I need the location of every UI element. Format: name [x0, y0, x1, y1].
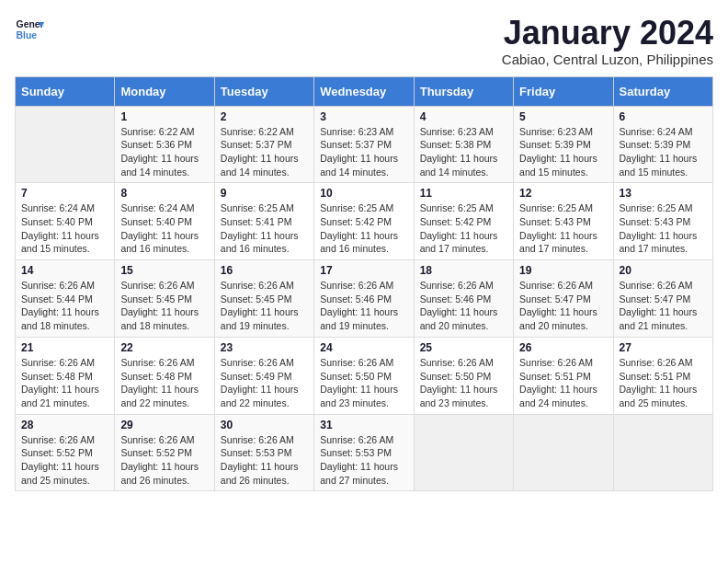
day-number: 16: [221, 264, 308, 277]
day-info: Sunrise: 6:26 AM Sunset: 5:45 PM Dayligh…: [221, 279, 308, 333]
day-number: 12: [519, 187, 607, 200]
calendar-cell: 2Sunrise: 6:22 AM Sunset: 5:37 PM Daylig…: [214, 106, 313, 183]
day-info: Sunrise: 6:24 AM Sunset: 5:40 PM Dayligh…: [120, 201, 208, 256]
calendar-cell: 11Sunrise: 6:25 AM Sunset: 5:42 PM Dayli…: [414, 183, 513, 260]
calendar-cell: 31Sunrise: 6:26 AM Sunset: 5:53 PM Dayli…: [314, 414, 414, 491]
calendar-cell: [414, 414, 513, 491]
calendar-cell: [16, 106, 115, 183]
calendar-week-row: 14Sunrise: 6:26 AM Sunset: 5:44 PM Dayli…: [16, 260, 713, 338]
day-number: 5: [519, 110, 607, 123]
calendar-header-row: SundayMondayTuesdayWednesdayThursdayFrid…: [16, 76, 713, 106]
calendar-cell: 26Sunrise: 6:26 AM Sunset: 5:51 PM Dayli…: [514, 337, 613, 414]
calendar-cell: 21Sunrise: 6:26 AM Sunset: 5:48 PM Dayli…: [16, 337, 115, 414]
logo-icon: General Blue: [15, 15, 44, 44]
calendar-cell: 22Sunrise: 6:26 AM Sunset: 5:48 PM Dayli…: [115, 337, 214, 414]
calendar-week-row: 1Sunrise: 6:22 AM Sunset: 5:36 PM Daylig…: [16, 106, 713, 183]
calendar-week-row: 7Sunrise: 6:24 AM Sunset: 5:40 PM Daylig…: [16, 183, 713, 260]
day-number: 21: [21, 341, 108, 354]
day-of-week-header: Wednesday: [314, 76, 414, 106]
calendar-cell: 1Sunrise: 6:22 AM Sunset: 5:36 PM Daylig…: [115, 106, 214, 183]
day-number: 27: [620, 341, 707, 354]
day-of-week-header: Monday: [115, 76, 214, 106]
calendar-cell: 12Sunrise: 6:25 AM Sunset: 5:43 PM Dayli…: [514, 183, 613, 260]
day-number: 1: [120, 110, 208, 123]
day-info: Sunrise: 6:26 AM Sunset: 5:50 PM Dayligh…: [320, 356, 407, 410]
day-number: 24: [320, 341, 407, 354]
day-info: Sunrise: 6:26 AM Sunset: 5:48 PM Dayligh…: [21, 356, 108, 410]
day-number: 26: [519, 341, 607, 354]
day-info: Sunrise: 6:26 AM Sunset: 5:51 PM Dayligh…: [519, 356, 607, 410]
page-header: General Blue January 2024 Cabiao, Centra…: [15, 15, 713, 67]
calendar-cell: 19Sunrise: 6:26 AM Sunset: 5:47 PM Dayli…: [514, 260, 613, 338]
calendar-cell: 24Sunrise: 6:26 AM Sunset: 5:50 PM Dayli…: [314, 337, 414, 414]
day-info: Sunrise: 6:26 AM Sunset: 5:47 PM Dayligh…: [620, 279, 707, 333]
calendar-cell: 28Sunrise: 6:26 AM Sunset: 5:52 PM Dayli…: [16, 414, 115, 491]
day-info: Sunrise: 6:26 AM Sunset: 5:53 PM Dayligh…: [221, 433, 308, 488]
day-number: 14: [21, 264, 108, 277]
day-number: 29: [120, 419, 208, 431]
day-number: 8: [120, 187, 208, 200]
calendar-cell: 29Sunrise: 6:26 AM Sunset: 5:52 PM Dayli…: [115, 414, 214, 491]
calendar-week-row: 21Sunrise: 6:26 AM Sunset: 5:48 PM Dayli…: [16, 337, 713, 414]
day-info: Sunrise: 6:24 AM Sunset: 5:39 PM Dayligh…: [620, 125, 707, 179]
day-number: 11: [420, 187, 507, 200]
calendar-cell: 30Sunrise: 6:26 AM Sunset: 5:53 PM Dayli…: [214, 414, 313, 491]
day-info: Sunrise: 6:25 AM Sunset: 5:41 PM Dayligh…: [221, 201, 308, 256]
calendar-cell: 16Sunrise: 6:26 AM Sunset: 5:45 PM Dayli…: [214, 260, 313, 338]
day-number: 10: [320, 187, 407, 200]
day-number: 4: [420, 110, 507, 123]
day-number: 17: [320, 264, 407, 277]
calendar-cell: 13Sunrise: 6:25 AM Sunset: 5:43 PM Dayli…: [613, 183, 712, 260]
calendar-cell: 10Sunrise: 6:25 AM Sunset: 5:42 PM Dayli…: [314, 183, 414, 260]
calendar-cell: 4Sunrise: 6:23 AM Sunset: 5:38 PM Daylig…: [414, 106, 513, 183]
day-info: Sunrise: 6:24 AM Sunset: 5:40 PM Dayligh…: [21, 201, 108, 256]
day-of-week-header: Sunday: [16, 76, 115, 106]
day-number: 31: [320, 419, 407, 431]
day-number: 20: [620, 264, 707, 277]
day-info: Sunrise: 6:26 AM Sunset: 5:44 PM Dayligh…: [21, 279, 108, 333]
calendar-cell: 5Sunrise: 6:23 AM Sunset: 5:39 PM Daylig…: [514, 106, 613, 183]
day-info: Sunrise: 6:26 AM Sunset: 5:52 PM Dayligh…: [21, 433, 108, 488]
day-number: 25: [420, 341, 507, 354]
calendar-cell: [613, 414, 712, 491]
day-number: 9: [221, 187, 308, 200]
calendar-week-row: 28Sunrise: 6:26 AM Sunset: 5:52 PM Dayli…: [16, 414, 713, 491]
calendar-cell: 7Sunrise: 6:24 AM Sunset: 5:40 PM Daylig…: [16, 183, 115, 260]
calendar-cell: 23Sunrise: 6:26 AM Sunset: 5:49 PM Dayli…: [214, 337, 313, 414]
day-info: Sunrise: 6:26 AM Sunset: 5:50 PM Dayligh…: [420, 356, 507, 410]
day-info: Sunrise: 6:22 AM Sunset: 5:36 PM Dayligh…: [120, 125, 208, 179]
day-info: Sunrise: 6:26 AM Sunset: 5:47 PM Dayligh…: [519, 279, 607, 333]
calendar-cell: 3Sunrise: 6:23 AM Sunset: 5:37 PM Daylig…: [314, 106, 414, 183]
calendar-cell: 8Sunrise: 6:24 AM Sunset: 5:40 PM Daylig…: [115, 183, 214, 260]
day-info: Sunrise: 6:26 AM Sunset: 5:51 PM Dayligh…: [620, 356, 707, 410]
day-of-week-header: Friday: [514, 76, 613, 106]
logo: General Blue: [15, 15, 44, 44]
day-number: 2: [221, 110, 308, 123]
calendar-cell: 9Sunrise: 6:25 AM Sunset: 5:41 PM Daylig…: [214, 183, 313, 260]
calendar-cell: 18Sunrise: 6:26 AM Sunset: 5:46 PM Dayli…: [414, 260, 513, 338]
day-number: 28: [21, 419, 108, 431]
day-info: Sunrise: 6:23 AM Sunset: 5:39 PM Dayligh…: [519, 125, 607, 179]
day-info: Sunrise: 6:26 AM Sunset: 5:46 PM Dayligh…: [420, 279, 507, 333]
calendar-body: 1Sunrise: 6:22 AM Sunset: 5:36 PM Daylig…: [16, 106, 713, 491]
day-info: Sunrise: 6:26 AM Sunset: 5:49 PM Dayligh…: [221, 356, 308, 410]
day-of-week-header: Thursday: [414, 76, 513, 106]
main-title: January 2024: [502, 15, 713, 52]
day-info: Sunrise: 6:26 AM Sunset: 5:53 PM Dayligh…: [320, 433, 407, 488]
calendar-cell: 6Sunrise: 6:24 AM Sunset: 5:39 PM Daylig…: [613, 106, 712, 183]
calendar-cell: 27Sunrise: 6:26 AM Sunset: 5:51 PM Dayli…: [613, 337, 712, 414]
day-number: 22: [120, 341, 208, 354]
calendar-cell: 14Sunrise: 6:26 AM Sunset: 5:44 PM Dayli…: [16, 260, 115, 338]
day-number: 6: [620, 110, 707, 123]
day-of-week-header: Saturday: [613, 76, 712, 106]
day-number: 13: [620, 187, 707, 200]
day-number: 23: [221, 341, 308, 354]
day-number: 19: [519, 264, 607, 277]
calendar-table: SundayMondayTuesdayWednesdayThursdayFrid…: [15, 76, 713, 492]
day-info: Sunrise: 6:25 AM Sunset: 5:43 PM Dayligh…: [519, 201, 607, 256]
day-info: Sunrise: 6:23 AM Sunset: 5:38 PM Dayligh…: [420, 125, 507, 179]
day-number: 3: [320, 110, 407, 123]
day-info: Sunrise: 6:25 AM Sunset: 5:43 PM Dayligh…: [620, 201, 707, 256]
day-of-week-header: Tuesday: [214, 76, 313, 106]
day-info: Sunrise: 6:26 AM Sunset: 5:52 PM Dayligh…: [120, 433, 208, 488]
